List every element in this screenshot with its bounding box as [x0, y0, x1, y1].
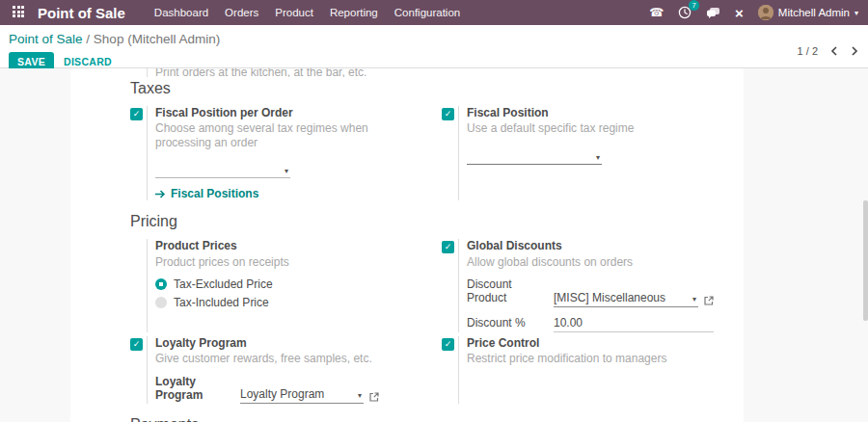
- chevron-down-icon: ▾: [285, 168, 288, 175]
- loyalty-field-label: Loyalty Program: [155, 375, 240, 405]
- chevron-down-icon: ▾: [692, 296, 696, 303]
- avatar: [758, 5, 773, 20]
- pager: 1 / 2: [798, 45, 858, 57]
- setting-title: Global Discounts: [467, 239, 744, 252]
- setting-fiscal-position: ✓ Fiscal Position Use a default specific…: [442, 106, 744, 200]
- top-navbar: Point of Sale Dashboard Orders Product R…: [0, 0, 868, 25]
- menu-dashboard[interactable]: Dashboard: [154, 7, 208, 18]
- setting-title: Price Control: [467, 336, 744, 350]
- check-icon: ✓: [445, 340, 452, 349]
- main-menu: Dashboard Orders Product Reporting Confi…: [154, 7, 460, 18]
- check-icon: ✓: [133, 110, 141, 119]
- setting-help: Use a default specific tax regime: [467, 121, 744, 135]
- setting-partial-top: Print orders at the kitchen, at the bar,…: [130, 68, 728, 77]
- phone-icon[interactable]: ☎: [649, 7, 664, 18]
- setting-price-control: ✓ Price Control Restrict price modificat…: [442, 336, 744, 405]
- user-name: Mitchell Admin: [778, 7, 850, 18]
- setting-help: Allow global discounts on orders: [467, 255, 744, 269]
- fiscal-positions-link[interactable]: Fiscal Positions: [155, 187, 420, 200]
- setting-fiscal-position-per-order: ✓ Fiscal Position per Order Choose among…: [130, 106, 420, 200]
- setting-help: Give customer rewards, free samples, etc…: [155, 352, 420, 365]
- close-icon[interactable]: ×: [735, 6, 744, 20]
- control-panel: Point of Sale / Shop (Mitchell Admin) SA…: [0, 25, 868, 68]
- section-title-payments: Payments: [130, 416, 728, 422]
- messages-icon[interactable]: [706, 7, 720, 19]
- chevron-down-icon: ▾: [358, 392, 362, 400]
- discount-pct-input[interactable]: 10.00: [554, 316, 714, 332]
- check-icon: ✓: [133, 340, 141, 349]
- radio-off-icon: [155, 297, 167, 308]
- chevron-right-icon[interactable]: [851, 46, 858, 56]
- section-title-taxes: Taxes: [130, 80, 728, 97]
- user-menu[interactable]: Mitchell Admin ▾: [758, 5, 858, 20]
- external-link-icon[interactable]: [704, 296, 714, 305]
- activity-clock-icon[interactable]: 7: [678, 6, 692, 19]
- activity-count-badge: 7: [689, 0, 699, 11]
- setting-title: Fiscal Position per Order: [155, 106, 420, 119]
- menu-product[interactable]: Product: [275, 7, 313, 18]
- scrollbar[interactable]: [863, 68, 868, 422]
- setting-title: Fiscal Position: [467, 106, 744, 119]
- pager-value: 1 / 2: [798, 45, 818, 57]
- setting-help: Restrict price modification to managers: [467, 352, 744, 365]
- breadcrumb-page: Shop (Mitchell Admin): [94, 32, 220, 46]
- pos-settings-page: Point of Sale Dashboard Orders Product R…: [0, 0, 868, 422]
- setting-help: Choose among several tax regimes when pr…: [155, 121, 420, 149]
- menu-configuration[interactable]: Configuration: [394, 7, 460, 18]
- setting-help: Print orders at the kitchen, at the bar,…: [155, 68, 728, 77]
- settings-body: Print orders at the kitchen, at the bar,…: [0, 68, 868, 422]
- discount-pct-label: Discount %: [467, 316, 554, 331]
- section-title-pricing: Pricing: [130, 213, 728, 230]
- menu-reporting[interactable]: Reporting: [330, 7, 378, 18]
- checkbox[interactable]: ✓: [442, 338, 454, 351]
- setting-product-prices: Product Prices Product prices on receipt…: [130, 239, 420, 332]
- apps-grid-icon[interactable]: [13, 6, 26, 19]
- scrollbar-thumb[interactable]: [863, 200, 868, 321]
- discard-button[interactable]: DISCARD: [58, 55, 118, 68]
- chevron-down-icon: ▾: [596, 154, 600, 162]
- topbar-right: ☎ 7 ×: [649, 5, 858, 20]
- checkbox[interactable]: ✓: [442, 108, 454, 120]
- radio-tax-included[interactable]: Tax-Included Price: [155, 296, 420, 309]
- fiscal-position-per-order-select[interactable]: ▾: [155, 161, 290, 178]
- setting-global-discounts: ✓ Global Discounts Allow global discount…: [442, 239, 744, 332]
- discount-product-select[interactable]: [MISC] Miscellaneous ▾: [554, 291, 698, 307]
- radio-on-icon: [155, 278, 167, 290]
- radio-tax-excluded[interactable]: Tax-Excluded Price: [155, 277, 420, 291]
- discount-product-label: Discount Product: [467, 277, 554, 307]
- arrow-right-icon: [155, 190, 166, 198]
- external-link-icon[interactable]: [369, 392, 379, 402]
- checkbox[interactable]: ✓: [442, 241, 454, 253]
- breadcrumb: Point of Sale / Shop (Mitchell Admin): [9, 32, 858, 46]
- loyalty-program-select[interactable]: Loyalty Program ▾: [240, 387, 364, 404]
- setting-help: Product prices on receipts: [155, 255, 420, 269]
- chevron-left-icon[interactable]: [830, 46, 838, 56]
- setting-title: Loyalty Program: [155, 336, 420, 350]
- setting-title: Product Prices: [155, 239, 420, 252]
- settings-sheet: Print orders at the kitchen, at the bar,…: [70, 68, 744, 422]
- app-title[interactable]: Point of Sale: [38, 5, 125, 21]
- checkbox[interactable]: ✓: [130, 108, 143, 120]
- checkbox[interactable]: ✓: [130, 338, 143, 351]
- check-icon: ✓: [445, 243, 452, 251]
- fiscal-position-select[interactable]: ▾: [467, 147, 602, 165]
- setting-loyalty-program: ✓ Loyalty Program Give customer rewards,…: [130, 336, 420, 405]
- menu-orders[interactable]: Orders: [225, 7, 258, 18]
- chevron-down-icon: ▾: [854, 9, 858, 17]
- breadcrumb-app-link[interactable]: Point of Sale: [9, 32, 83, 46]
- check-icon: ✓: [445, 110, 452, 119]
